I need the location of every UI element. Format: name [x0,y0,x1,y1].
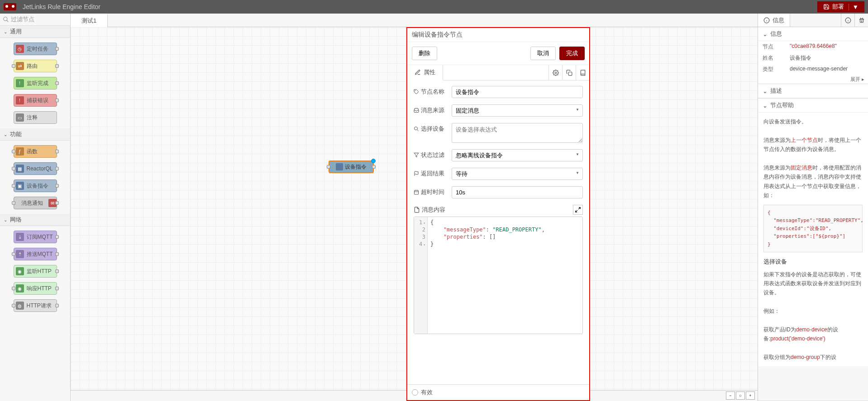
kv-name-label: 姓名 [763,54,790,62]
msg-content-editor[interactable]: 1234 { "messageType": "READ_PROPERTY", "… [414,217,583,334]
inbox-icon [414,108,419,113]
node-editor-panel: 编辑设备指令节点 删除 取消 完成 属性 节点名称 消息来源 固定消息 [406,27,590,401]
kv-type-label: 类型 [763,66,790,73]
state-filter-select[interactable]: 忽略离线设备指令 [452,149,583,161]
svg-point-1 [555,72,557,74]
calendar-icon [414,189,419,195]
label-select-device: 选择设备 [414,123,447,133]
label-return-result: 返回结果 [414,168,447,178]
palette-node-sub-mqtt[interactable]: ⇣订阅MQTT [14,231,57,243]
palette-node-function[interactable]: ƒ函数 [14,145,57,158]
comment-icon: ▭ [16,113,24,122]
category-function[interactable]: ⌄功能 [0,128,70,141]
category-general[interactable]: ⌄通用 [0,26,70,38]
expand-link[interactable]: 展开 ▸ [758,75,868,84]
http-icon: ◉ [16,267,24,275]
expand-icon [575,207,581,213]
palette-node-resp-http[interactable]: ◉响应HTTP [14,282,57,295]
filter-nodes-input[interactable]: 过滤节点 [0,14,70,26]
http-icon: ◉ [16,284,24,292]
palette-node-listen-http[interactable]: ◉监听HTTP [14,265,57,278]
kv-node-value: "c0cae879.6466e8" [790,43,863,51]
zoom-reset-button[interactable]: ○ [736,392,745,400]
svg-point-4 [415,127,418,130]
settings-icon[interactable] [548,65,562,80]
label-msg-content: 消息内容 [414,206,445,214]
palette-node-listen-done[interactable]: !监听完成 [14,77,57,90]
copy-icon[interactable] [562,65,576,80]
logo: JetLinks Rule Engine Editor [4,3,100,10]
editor-title: 编辑设备指令节点 [407,28,589,42]
node-name-input[interactable] [452,86,583,98]
done-button[interactable]: 完成 [559,47,585,60]
debug-icon-button[interactable] [854,14,868,27]
node-palette: 过滤节点 ⌄通用 ◷定时任务 ⇄路由 !监听完成 !捕获错误 ▭注释 ⌄功能 ƒ… [0,14,71,401]
zoom-in-button[interactable]: + [746,392,755,400]
clock-icon: ◷ [16,45,24,53]
palette-node-http-req[interactable]: ◍HTTP请求 [14,299,57,312]
tab-properties[interactable]: 属性 [407,65,443,80]
save-icon [823,4,830,10]
logo-icon [4,3,16,10]
canvas-node-device-cmd[interactable]: 设备指令 [329,160,374,173]
device-icon [336,163,343,170]
svg-rect-5 [415,190,419,194]
palette-node-route[interactable]: ⇄路由 [14,60,57,72]
label-state-filter: 状态过滤 [414,149,447,159]
palette-node-pub-mqtt[interactable]: ⇡推送MQTT [14,248,57,260]
label-msg-source: 消息来源 [414,104,447,114]
palette-node-timer[interactable]: ◷定时任务 [14,42,57,55]
category-network[interactable]: ⌄网络 [0,214,70,226]
palette-node-reactorql[interactable]: ▦ReactorQL [14,162,57,175]
kv-name-value: 设备指令 [790,54,863,62]
error-icon: ! [16,96,24,104]
help-content: 向设备发送指令。 消息来源为上一个节点时，将使用上一个节点传入的数据作为设备消息… [758,113,868,366]
flow-tabs: 测试1 [71,14,758,27]
info-icon [763,17,770,24]
return-result-select[interactable]: 等待 [452,168,583,180]
zoom-out-button[interactable]: − [726,392,735,400]
mqtt-icon: ⇡ [16,250,24,258]
section-info-header[interactable]: ⌄信息 [758,27,868,41]
edit-icon [415,69,421,75]
valid-label: 有效 [421,388,433,396]
delete-button[interactable]: 删除 [412,47,437,60]
msg-source-select[interactable]: 固定消息 [452,104,583,117]
device-icon: ▣ [16,182,24,190]
tab-info[interactable]: 信息 [758,14,790,27]
code-content[interactable]: { "messageType": "READ_PROPERTY", "prope… [428,217,582,334]
palette-node-comment[interactable]: ▭注释 [14,111,57,124]
editor-footer: 有效 [407,384,589,400]
kv-type-value: device-message-sender [790,66,863,73]
code-gutter: 1234 [414,217,428,334]
node-port-input[interactable] [327,165,330,169]
label-node-name: 节点名称 [414,86,447,96]
db-icon: ▦ [16,165,24,173]
timeout-input[interactable] [452,186,583,198]
info-panel: 信息 ⌄信息 节点"c0cae879.6466e8" 姓名设备指令 类型devi… [758,14,868,401]
flow-tab-1[interactable]: 测试1 [71,14,108,27]
top-bar: JetLinks Rule Engine Editor 部署 ▼ [0,0,868,14]
file-icon [414,207,420,213]
label-timeout: 超时时间 [414,186,447,196]
cancel-button[interactable]: 取消 [530,47,556,60]
kv-node-label: 节点 [763,43,790,51]
svg-point-3 [415,90,415,91]
section-help-header[interactable]: ⌄节点帮助 [758,99,868,113]
node-port-output[interactable] [372,165,376,169]
mqtt-icon: ⇣ [16,233,24,241]
info-icon-button[interactable] [841,14,854,27]
palette-node-device-cmd[interactable]: ▣设备指令 [14,179,57,192]
globe-icon: ◍ [16,302,24,310]
section-desc-header[interactable]: ⌄描述 [758,84,868,98]
deploy-button[interactable]: 部署 ▼ [817,1,864,12]
expand-editor-button[interactable] [573,205,583,215]
palette-node-catch-error[interactable]: !捕获错误 [14,94,57,107]
app-title: JetLinks Rule Engine Editor [23,3,100,10]
function-icon: ƒ [16,147,24,156]
chevron-down-icon[interactable]: ▼ [849,4,858,10]
tag-icon [414,89,419,94]
book-icon[interactable] [576,65,589,80]
palette-node-msg-notify[interactable]: 消息通知✉ [14,197,57,209]
select-device-input[interactable] [452,123,583,143]
